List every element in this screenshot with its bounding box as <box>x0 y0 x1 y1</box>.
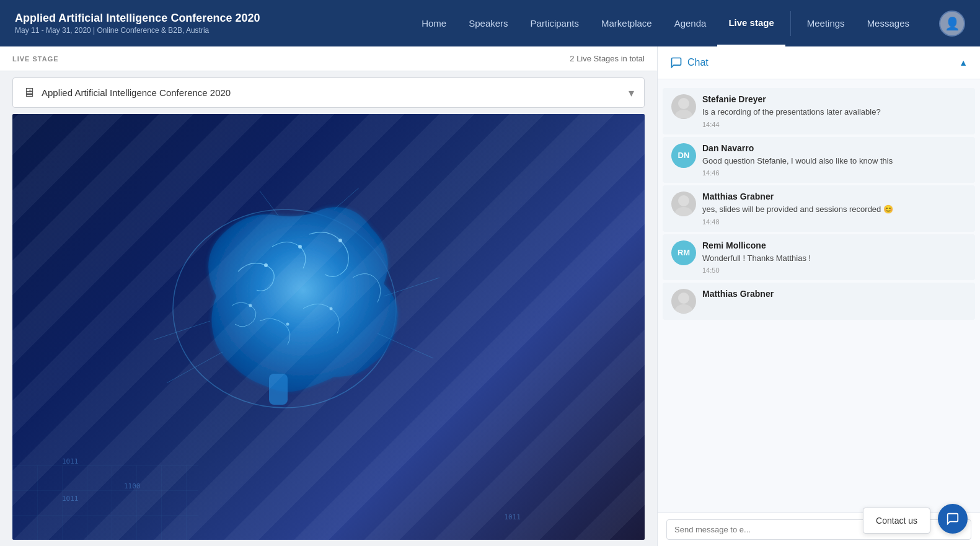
nav-item-marketplace[interactable]: Marketplace <box>590 0 663 46</box>
chat-message-1: Stefanie DreyerIs a recording of the pre… <box>663 88 975 134</box>
svg-point-18 <box>675 207 692 216</box>
message-text: yes, slides will be provided and session… <box>702 203 966 216</box>
svg-point-17 <box>678 195 689 206</box>
message-author: Matthias Grabner <box>702 289 966 299</box>
message-author: Stefanie Dreyer <box>702 94 966 104</box>
svg-point-16 <box>675 110 692 118</box>
chat-messages-list: Stefanie DreyerIs a recording of the pre… <box>658 79 980 513</box>
stage-selector-left: 🖥 Applied Artificial Intelligence Confer… <box>23 86 231 100</box>
svg-rect-14 <box>12 465 198 540</box>
nav-item-live-stage[interactable]: Live stage <box>717 0 785 46</box>
stage-count: 2 Live Stages in total <box>570 54 645 63</box>
chat-header: Chat ▲ <box>658 46 980 79</box>
chat-widget-button[interactable] <box>938 504 968 534</box>
chat-tab[interactable]: Chat <box>670 56 709 69</box>
nav-divider <box>790 11 791 36</box>
message-avatar: RM <box>671 240 696 265</box>
stage-header: LIVE STAGE 2 Live Stages in total <box>0 46 657 71</box>
svg-point-19 <box>678 293 689 304</box>
message-body: Remi MolliconeWonderfull ! Thanks Matthi… <box>702 240 966 275</box>
nav-item-messages[interactable]: Messages <box>856 0 920 46</box>
nav-item-participants[interactable]: Participants <box>519 0 590 46</box>
message-text: Is a recording of the presentations late… <box>702 106 966 118</box>
stage-name: Applied Artificial Intelligence Conferen… <box>42 87 231 98</box>
message-time: 14:50 <box>702 266 966 274</box>
svg-point-15 <box>678 98 689 109</box>
avatar-icon: 👤 <box>945 16 960 31</box>
monitor-icon: 🖥 <box>23 86 35 100</box>
stage-label: LIVE STAGE <box>12 55 59 63</box>
chat-bubble-icon <box>670 56 682 69</box>
chat-widget-icon <box>946 512 960 526</box>
message-author: Matthias Grabner <box>702 192 966 201</box>
message-author: Dan Navarro <box>702 143 966 153</box>
binary-text-4: 1011 <box>505 513 521 521</box>
brand-title: Applied Artificial Intelligence Conferen… <box>15 12 260 25</box>
navbar: Applied Artificial Intelligence Conferen… <box>0 0 980 46</box>
message-avatar: DN <box>671 143 696 168</box>
main-layout: LIVE STAGE 2 Live Stages in total 🖥 Appl… <box>0 46 980 546</box>
chevron-down-icon: ▾ <box>629 86 634 100</box>
contact-us-button[interactable]: Contact us <box>863 508 930 534</box>
nav-item-meetings[interactable]: Meetings <box>796 0 856 46</box>
nav-item-agenda[interactable]: Agenda <box>663 0 718 46</box>
chat-input-area <box>658 513 980 546</box>
stage-selector[interactable]: 🖥 Applied Artificial Intelligence Confer… <box>12 77 645 108</box>
collapse-chat-button[interactable]: ▲ <box>959 58 968 68</box>
chat-message-5: Matthias Grabner <box>663 283 975 320</box>
message-avatar <box>671 94 696 119</box>
nav-item-home[interactable]: Home <box>410 0 457 46</box>
chat-panel: Chat ▲ Stefanie DreyerIs a recording of … <box>657 46 980 546</box>
chat-title: Chat <box>687 57 709 68</box>
message-time: 14:44 <box>702 121 966 128</box>
svg-point-20 <box>675 304 692 313</box>
chat-message-2: DNDan NavarroGood question Stefanie, I w… <box>663 137 975 183</box>
chat-message-4: RMRemi MolliconeWonderfull ! Thanks Matt… <box>663 234 975 281</box>
message-time: 14:48 <box>702 218 966 226</box>
message-body: Stefanie DreyerIs a recording of the pre… <box>702 94 966 128</box>
message-author: Remi Mollicone <box>702 240 966 250</box>
message-avatar <box>671 192 696 216</box>
message-time: 14:46 <box>702 169 966 177</box>
main-nav: Home Speakers Participants Marketplace A… <box>410 0 920 46</box>
nav-item-speakers[interactable]: Speakers <box>457 0 519 46</box>
user-avatar[interactable]: 👤 <box>939 11 965 37</box>
message-body: Matthias Grabner <box>702 289 966 314</box>
brand-subtitle: May 11 - May 31, 2020 | Online Conferenc… <box>15 26 260 35</box>
message-text: Wonderfull ! Thanks Matthias ! <box>702 252 966 265</box>
message-avatar <box>671 289 696 314</box>
chat-message-3: Matthias Grabneryes, slides will be prov… <box>663 185 975 232</box>
brand: Applied Artificial Intelligence Conferen… <box>15 12 260 35</box>
message-text: Good question Stefanie, I would also lik… <box>702 155 966 167</box>
message-body: Matthias Grabneryes, slides will be prov… <box>702 192 966 226</box>
binary-text-1: 1011 <box>62 457 79 465</box>
video-area: 1011 1100 1011 1011 <box>12 114 645 540</box>
message-body: Dan NavarroGood question Stefanie, I wou… <box>702 143 966 177</box>
left-content: LIVE STAGE 2 Live Stages in total 🖥 Appl… <box>0 46 657 546</box>
